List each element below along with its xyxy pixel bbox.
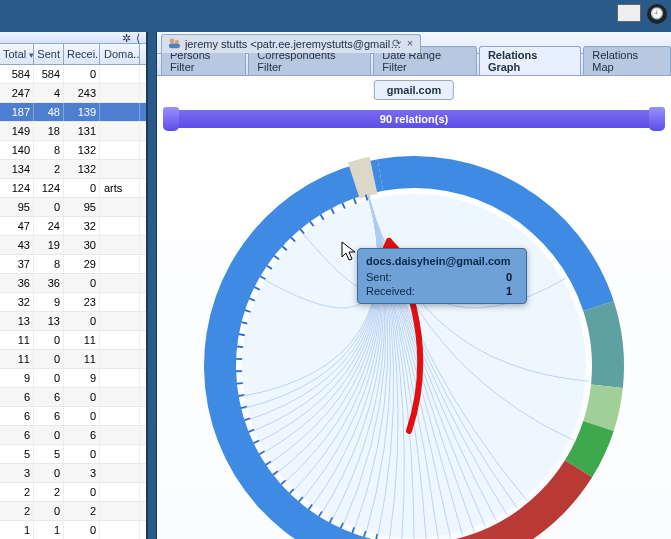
table-row[interactable]: 32923 xyxy=(0,293,146,312)
table-row[interactable]: 909 xyxy=(0,369,146,388)
table-row[interactable]: 660 xyxy=(0,388,146,407)
relations-count-bar[interactable]: 90 relation(s) xyxy=(169,110,659,128)
table-header-row: Total Sent Recei... Doma... xyxy=(0,44,146,65)
view-tab-strip: Persons FilterCorrespondents FilterDate … xyxy=(157,54,671,76)
cell-doma xyxy=(100,160,140,178)
cell-sent: 48 xyxy=(34,103,64,121)
panel-collapse-icon[interactable]: ⟨ xyxy=(136,32,144,42)
window-clock-badge: 🕘 xyxy=(647,4,667,24)
table-row[interactable]: 1241240arts xyxy=(0,179,146,198)
table-row[interactable]: 11011 xyxy=(0,331,146,350)
cell-recv: 0 xyxy=(64,179,100,197)
chord-diagram[interactable] xyxy=(184,136,644,539)
cell-recv: 0 xyxy=(64,65,100,83)
cell-doma xyxy=(100,502,140,520)
cell-doma xyxy=(100,236,140,254)
cell-recv: 29 xyxy=(64,255,100,273)
table-row[interactable]: 431930 xyxy=(0,236,146,255)
cell-recv: 95 xyxy=(64,198,100,216)
cell-total: 140 xyxy=(0,141,34,159)
table-row[interactable]: 11011 xyxy=(0,350,146,369)
cell-recv: 2 xyxy=(64,502,100,520)
cell-recv: 131 xyxy=(64,122,100,140)
cell-recv: 0 xyxy=(64,407,100,425)
cell-doma: arts xyxy=(100,179,140,197)
table-row[interactable]: 13130 xyxy=(0,312,146,331)
cell-doma xyxy=(100,426,140,444)
table-row[interactable]: 202 xyxy=(0,502,146,521)
cell-recv: 0 xyxy=(64,274,100,292)
tooltip-received-label: Received: xyxy=(366,285,415,297)
document-tab-label: jeremy stutts <patr.ee.jeremystutts@gmai… xyxy=(185,38,402,50)
table-row[interactable]: 2474243 xyxy=(0,84,146,103)
cell-total: 1 xyxy=(0,521,34,539)
svg-point-1 xyxy=(175,40,179,44)
cell-total: 149 xyxy=(0,122,34,140)
table-row[interactable]: 660 xyxy=(0,407,146,426)
table-row[interactable]: 36360 xyxy=(0,274,146,293)
cell-sent: 8 xyxy=(34,141,64,159)
window-minimize-button[interactable] xyxy=(617,4,641,22)
cell-sent: 8 xyxy=(34,255,64,273)
col-header-sent[interactable]: Sent xyxy=(34,44,64,64)
document-tab[interactable]: jeremy stutts <patr.ee.jeremystutts@gmai… xyxy=(161,34,421,53)
table-row[interactable]: 472432 xyxy=(0,217,146,236)
cell-sent: 0 xyxy=(34,331,64,349)
cell-total: 2 xyxy=(0,502,34,520)
cell-recv: 11 xyxy=(64,350,100,368)
table-row[interactable]: 95095 xyxy=(0,198,146,217)
cell-sent: 4 xyxy=(34,84,64,102)
table-row[interactable]: 606 xyxy=(0,426,146,445)
cell-recv: 0 xyxy=(64,312,100,330)
relations-graph-area[interactable]: gmail.com 90 relation(s) docs.daisyhein@… xyxy=(157,76,671,539)
cell-sent: 124 xyxy=(34,179,64,197)
table-row[interactable]: 37829 xyxy=(0,255,146,274)
table-body[interactable]: 5845840247424318748139149181311408132134… xyxy=(0,65,146,539)
cell-sent: 6 xyxy=(34,388,64,406)
cell-total: 6 xyxy=(0,388,34,406)
table-row[interactable]: 220 xyxy=(0,483,146,502)
cell-doma xyxy=(100,217,140,235)
table-row[interactable]: 110 xyxy=(0,521,146,539)
table-row[interactable]: 1342132 xyxy=(0,160,146,179)
cell-doma xyxy=(100,483,140,501)
domain-chip[interactable]: gmail.com xyxy=(374,80,454,100)
cell-total: 32 xyxy=(0,293,34,311)
cell-total: 584 xyxy=(0,65,34,83)
col-header-received[interactable]: Recei... xyxy=(64,44,100,64)
view-tab-relations-map[interactable]: Relations Map xyxy=(583,46,671,75)
table-row[interactable]: 18748139 xyxy=(0,103,146,122)
cell-sent: 584 xyxy=(34,65,64,83)
cell-doma xyxy=(100,274,140,292)
cell-total: 134 xyxy=(0,160,34,178)
cell-sent: 24 xyxy=(34,217,64,235)
ring-segment[interactable] xyxy=(583,301,624,388)
col-header-total[interactable]: Total xyxy=(0,44,34,64)
cell-recv: 11 xyxy=(64,331,100,349)
cell-total: 6 xyxy=(0,426,34,444)
table-row[interactable]: 5845840 xyxy=(0,65,146,84)
cell-doma xyxy=(100,84,140,102)
cell-recv: 0 xyxy=(64,388,100,406)
tab-refresh-icon[interactable]: ⟳ xyxy=(390,37,402,49)
vertical-splitter[interactable] xyxy=(148,32,156,539)
contacts-table-panel: ✲ ⟨ Total Sent Recei... Doma... 58458402… xyxy=(0,32,148,539)
cell-doma xyxy=(100,407,140,425)
col-header-domain[interactable]: Doma... xyxy=(100,44,140,64)
cell-total: 11 xyxy=(0,331,34,349)
cell-doma xyxy=(100,369,140,387)
panel-settings-icon[interactable]: ✲ xyxy=(122,32,132,42)
svg-rect-2 xyxy=(169,43,180,48)
table-row[interactable]: 14918131 xyxy=(0,122,146,141)
table-row[interactable]: 303 xyxy=(0,464,146,483)
view-tab-relations-graph[interactable]: Relations Graph xyxy=(479,46,581,75)
table-row[interactable]: 550 xyxy=(0,445,146,464)
table-row[interactable]: 1408132 xyxy=(0,141,146,160)
cell-recv: 0 xyxy=(64,483,100,501)
cell-recv: 0 xyxy=(64,445,100,463)
cell-sent: 1 xyxy=(34,521,64,539)
cell-doma xyxy=(100,388,140,406)
cell-total: 6 xyxy=(0,407,34,425)
tab-close-icon[interactable]: × xyxy=(404,37,416,49)
cell-sent: 2 xyxy=(34,483,64,501)
